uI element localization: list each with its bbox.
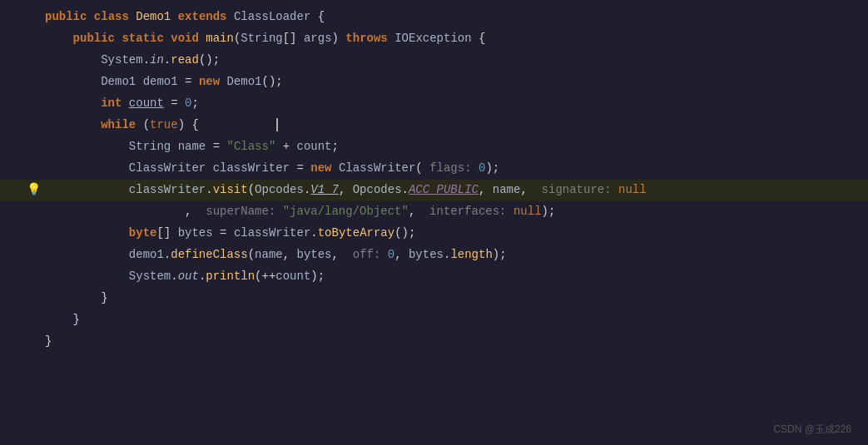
code-editor: public class Demo1 extends ClassLoader {… [0,0,868,445]
code-line-5: int count = 0; [0,93,868,115]
watermark: CSDN @玉成226 [773,423,851,437]
code-text: , superName: "java/lang/Object", interfa… [42,202,868,220]
code-line-2: public static void main(String[] args) t… [0,28,868,50]
bulb-icon[interactable]: 💡 [25,182,42,196]
code-line-6: while (true) { [0,115,868,136]
code-line-8: ClassWriter classWriter = new ClassWrite… [0,158,868,180]
code-line-1: public class Demo1 extends ClassLoader { [0,7,868,28]
code-text: int count = 0; [42,94,868,112]
code-text: } [42,289,868,307]
code-text: public class Demo1 extends ClassLoader { [42,7,868,26]
code-text: public static void main(String[] args) t… [42,29,868,47]
code-line-13: System.out.println(++count); [0,266,868,288]
code-line-7: String name = "Class" + count; [0,136,868,158]
code-text: ClassWriter classWriter = new ClassWrite… [42,159,868,177]
code-text: demo1.defineClass(name, bytes, off: 0, b… [42,245,868,264]
code-line-10: , superName: "java/lang/Object", interfa… [0,201,868,223]
code-line-11: byte[] bytes = classWriter.toByteArray()… [0,223,868,245]
code-text: while (true) { [42,116,868,134]
code-text: classWriter.visit(Opcodes.V1_7, Opcodes.… [42,180,868,199]
code-text: System.out.println(++count); [42,267,868,285]
code-text: } [42,332,868,350]
code-line-14: } [0,288,868,309]
code-line-9: 💡 classWriter.visit(Opcodes.V1_7, Opcode… [0,180,868,201]
code-line-4: Demo1 demo1 = new Demo1(); [0,72,868,93]
code-text: System.in.read(); [42,51,868,69]
code-text: Demo1 demo1 = new Demo1(); [42,72,868,91]
code-text: byte[] bytes = classWriter.toByteArray()… [42,224,868,242]
code-line-15: } [0,309,868,331]
code-line-3: System.in.read(); [0,50,868,72]
code-line-16: } [0,331,868,353]
code-text: String name = "Class" + count; [42,137,868,156]
code-line-12: demo1.defineClass(name, bytes, off: 0, b… [0,245,868,266]
code-text: } [42,310,868,329]
